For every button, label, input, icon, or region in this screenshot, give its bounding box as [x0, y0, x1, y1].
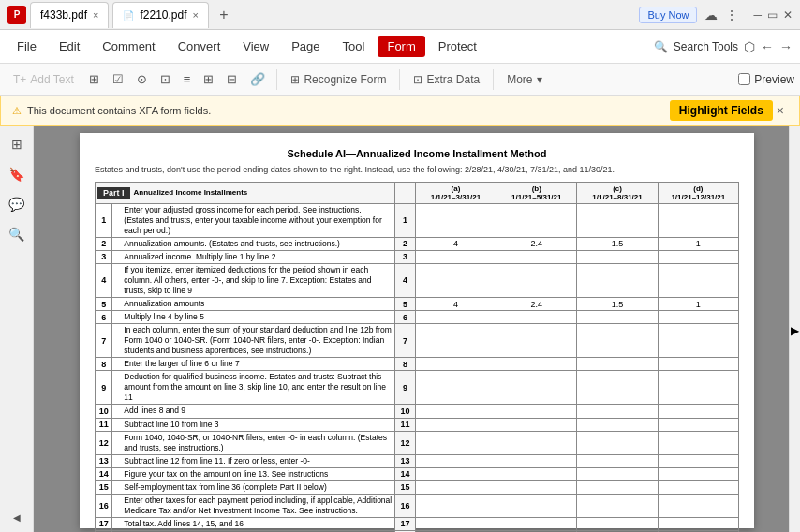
row-data-cell[interactable]: [496, 494, 577, 517]
search-tools-label[interactable]: Search Tools: [674, 40, 738, 53]
row-data-cell[interactable]: [415, 371, 496, 405]
row-data-cell[interactable]: [658, 203, 738, 237]
extra-data-button[interactable]: ⊡ Extra Data: [406, 70, 487, 89]
row-data-cell[interactable]: [415, 418, 496, 431]
row-data-cell[interactable]: 1.5: [577, 237, 658, 250]
row-data-cell[interactable]: 4: [415, 237, 496, 250]
row-data-cell[interactable]: [658, 250, 738, 263]
row-data-cell[interactable]: 1: [658, 237, 738, 250]
row-data-cell[interactable]: [415, 454, 496, 467]
row-data-cell[interactable]: [577, 250, 658, 263]
menu-comment[interactable]: Comment: [93, 36, 164, 57]
tab-f433b[interactable]: f433b.pdf ×: [30, 2, 109, 28]
row-data-cell[interactable]: [577, 467, 658, 480]
row-data-cell[interactable]: [658, 324, 738, 358]
row-data-cell[interactable]: [658, 263, 738, 297]
row-data-cell[interactable]: [496, 480, 577, 494]
row-data-cell[interactable]: [577, 405, 658, 418]
row-data-cell[interactable]: [577, 517, 658, 530]
toolbar-icon-4[interactable]: ⊡: [155, 69, 176, 89]
row-data-cell[interactable]: [496, 431, 577, 454]
row-data-cell[interactable]: [415, 517, 496, 530]
row-data-cell[interactable]: 2.4: [496, 237, 577, 250]
row-data-cell[interactable]: [496, 324, 577, 358]
forward-icon[interactable]: →: [779, 39, 793, 54]
row-data-cell[interactable]: [577, 418, 658, 431]
more-button[interactable]: More ▾: [499, 70, 549, 89]
row-data-cell[interactable]: [415, 263, 496, 297]
row-data-cell[interactable]: [415, 480, 496, 494]
row-data-cell[interactable]: [577, 480, 658, 494]
sidebar-pages-icon[interactable]: ⊞: [6, 133, 28, 155]
row-data-cell[interactable]: [415, 467, 496, 480]
row-data-cell[interactable]: [415, 358, 496, 371]
external-link-icon[interactable]: ⬡: [744, 39, 755, 54]
add-text-button[interactable]: T+ Add Text: [6, 70, 81, 89]
row-data-cell[interactable]: [577, 371, 658, 405]
row-data-cell[interactable]: [415, 203, 496, 237]
row-data-cell[interactable]: [496, 203, 577, 237]
row-data-cell[interactable]: [658, 517, 738, 530]
row-data-cell[interactable]: [496, 311, 577, 324]
minimize-icon[interactable]: ─: [753, 8, 762, 22]
menu-dots-icon[interactable]: ⋮: [725, 7, 738, 22]
row-data-cell[interactable]: [496, 371, 577, 405]
toolbar-icon-3[interactable]: ⊙: [131, 69, 153, 89]
row-data-cell[interactable]: [496, 467, 577, 480]
row-data-cell[interactable]: [577, 263, 658, 297]
maximize-icon[interactable]: ▭: [767, 8, 778, 22]
row-data-cell[interactable]: [577, 358, 658, 371]
row-data-cell[interactable]: [496, 263, 577, 297]
buy-now-button[interactable]: Buy Now: [639, 7, 697, 23]
row-data-cell[interactable]: [658, 431, 738, 454]
toolbar-icon-2[interactable]: ☑: [107, 69, 129, 89]
pdf-area[interactable]: Schedule AI—Annualized Income Installmen…: [34, 126, 800, 532]
row-data-cell[interactable]: [496, 358, 577, 371]
row-data-cell[interactable]: [415, 431, 496, 454]
row-data-cell[interactable]: [658, 494, 738, 517]
notification-close-button[interactable]: ×: [773, 103, 788, 118]
row-data-cell[interactable]: [658, 480, 738, 494]
row-data-cell[interactable]: [577, 203, 658, 237]
right-sidebar-toggle[interactable]: ▶: [789, 126, 800, 532]
row-data-cell[interactable]: [658, 405, 738, 418]
menu-protect[interactable]: Protect: [429, 36, 486, 57]
menu-file[interactable]: File: [7, 36, 46, 57]
sidebar-bookmarks-icon[interactable]: 🔖: [6, 163, 28, 185]
row-data-cell[interactable]: [658, 371, 738, 405]
row-data-cell[interactable]: [415, 250, 496, 263]
row-data-cell[interactable]: [658, 358, 738, 371]
menu-view[interactable]: View: [233, 36, 278, 57]
row-data-cell[interactable]: [496, 250, 577, 263]
row-data-cell[interactable]: 2.4: [496, 298, 577, 311]
menu-tool[interactable]: Tool: [333, 36, 375, 57]
sidebar-collapse-icon[interactable]: ◀: [6, 506, 28, 528]
row-data-cell[interactable]: [415, 311, 496, 324]
highlight-fields-button[interactable]: Highlight Fields: [670, 100, 773, 121]
row-data-cell[interactable]: 4: [415, 298, 496, 311]
tab-f2210[interactable]: 📄 f2210.pdf ×: [112, 2, 208, 28]
row-data-cell[interactable]: [577, 454, 658, 467]
row-data-cell[interactable]: [496, 418, 577, 431]
row-data-cell[interactable]: [577, 324, 658, 358]
close-icon[interactable]: ✕: [783, 8, 793, 22]
menu-page[interactable]: Page: [282, 36, 329, 57]
new-tab-button[interactable]: +: [213, 4, 235, 26]
menu-form[interactable]: Form: [378, 36, 424, 57]
menu-edit[interactable]: Edit: [50, 36, 89, 57]
sidebar-search-icon[interactable]: 🔍: [6, 223, 28, 245]
row-data-cell[interactable]: 1.5: [577, 298, 658, 311]
row-data-cell[interactable]: [577, 494, 658, 517]
row-data-cell[interactable]: [658, 418, 738, 431]
row-data-cell[interactable]: [658, 454, 738, 467]
menu-convert[interactable]: Convert: [169, 36, 230, 57]
row-data-cell[interactable]: [577, 431, 658, 454]
row-data-cell[interactable]: [658, 311, 738, 324]
row-data-cell[interactable]: [415, 324, 496, 358]
back-icon[interactable]: ←: [761, 39, 774, 54]
sidebar-comments-icon[interactable]: 💬: [6, 193, 28, 215]
toolbar-icon-5[interactable]: ≡: [178, 69, 197, 89]
tab-close-f433b[interactable]: ×: [93, 9, 98, 21]
row-data-cell[interactable]: [496, 405, 577, 418]
tab-close-f2210[interactable]: ×: [193, 9, 199, 21]
